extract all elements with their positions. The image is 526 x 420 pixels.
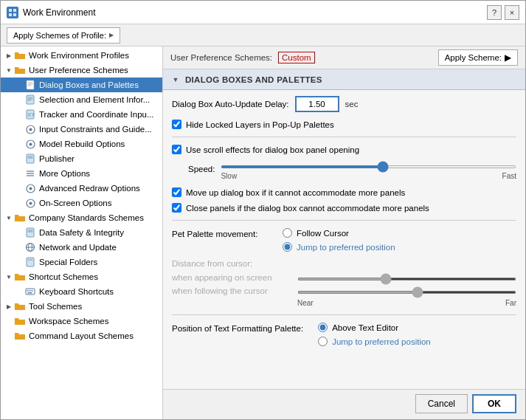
above-text-label[interactable]: Above Text Editor: [332, 323, 398, 332]
sidebar-item-dialog-boxes[interactable]: Dialog Boxes and Palettes: [1, 78, 162, 92]
svg-rect-1: [13, 9, 16, 12]
close-button[interactable]: ×: [505, 5, 519, 20]
svg-rect-2: [9, 13, 12, 16]
move-up-checkbox[interactable]: [172, 187, 181, 197]
auto-update-label: Dialog Box Auto-Update Delay:: [172, 100, 289, 109]
jump-preferred-radio[interactable]: [283, 242, 292, 252]
following-row: when following the cursor: [172, 286, 516, 296]
sidebar-item-command-layout[interactable]: Command Layout Schemes: [1, 328, 162, 343]
move-up-label[interactable]: Move up dialog box if it cannot accommod…: [186, 188, 405, 197]
sidebar-item-company-standards[interactable]: ▼ Company Standards Schemes: [1, 210, 162, 225]
title-bar-left: Work Environment: [7, 7, 95, 18]
keyboard-icon: [24, 286, 36, 297]
scroll-effects-label[interactable]: Use scroll effects for dialog box panel …: [186, 145, 359, 154]
close-panels-checkbox[interactable]: [172, 203, 181, 213]
sidebar-item-label: Company Standards Schemes: [29, 213, 144, 222]
expander-icon: ▶: [4, 50, 14, 61]
panel-body: Dialog Box Auto-Update Delay: sec Hide L…: [163, 90, 525, 389]
text-palette-label: Position of Text Formatting Palette:: [172, 323, 303, 333]
close-panels-label[interactable]: Close panels if the dialog box cannot ac…: [186, 204, 429, 213]
sidebar-item-model-rebuild[interactable]: Model Rebuild Options: [1, 137, 162, 151]
expander-icon: [4, 331, 14, 341]
svg-rect-3: [13, 13, 16, 16]
scroll-effects-checkbox[interactable]: [172, 145, 181, 154]
sidebar-item-input-constraints[interactable]: Input Constraints and Guide...: [1, 122, 162, 137]
doc-icon: [24, 79, 36, 91]
auto-update-input[interactable]: [295, 96, 339, 112]
sidebar-item-special-folders[interactable]: Special Folders: [1, 255, 162, 269]
apply-scheme-button[interactable]: Apply Scheme: ▶: [438, 49, 518, 66]
sidebar-item-on-screen[interactable]: On-Screen Options: [1, 196, 162, 210]
doc-icon: [24, 256, 36, 268]
right-panel: User Preference Schemes: Custom Apply Sc…: [163, 47, 525, 419]
sidebar-item-label: Shortcut Schemes: [29, 272, 98, 281]
title-bar: Work Environment ? ×: [1, 1, 525, 24]
following-slider[interactable]: [297, 291, 516, 294]
above-text-radio[interactable]: [318, 323, 328, 332]
cancel-button[interactable]: Cancel: [415, 394, 468, 413]
fast-label: Fast: [502, 172, 516, 180]
panel-title: DIALOG BOXES AND PALETTES: [185, 75, 322, 84]
apply-profile-button[interactable]: Apply Schemes of Profile: ▶: [7, 27, 120, 44]
sidebar-item-tracker[interactable]: XYZ Tracker and Coordinate Inpu...: [1, 107, 162, 122]
sidebar-item-label: Keyboard Shortcuts: [39, 287, 114, 296]
auto-update-unit: sec: [345, 100, 359, 109]
svg-rect-40: [28, 292, 32, 294]
toolbar: Apply Schemes of Profile: ▶: [1, 24, 525, 47]
expander-icon: ▼: [4, 272, 14, 282]
sidebar-item-publisher[interactable]: Publisher: [1, 151, 162, 166]
gear-icon: [24, 168, 36, 179]
jump-text-row: Jump to preferred position: [318, 337, 431, 346]
sidebar-item-network[interactable]: Network and Update: [1, 240, 162, 255]
slider-labels: Slow Fast: [221, 172, 516, 180]
jump-text-label[interactable]: Jump to preferred position: [332, 337, 431, 346]
sidebar-item-label: Data Safety & Integrity: [39, 228, 124, 237]
help-button[interactable]: ?: [487, 5, 502, 20]
sidebar-item-label: Special Folders: [39, 258, 97, 266]
sidebar-item-data-safety[interactable]: Data Safety & Integrity: [1, 225, 162, 240]
scheme-value[interactable]: Custom: [278, 52, 315, 63]
following-label: when following the cursor: [172, 286, 290, 295]
folder-icon: [14, 49, 26, 61]
sidebar-item-user-pref[interactable]: ▼ User Preference Schemes: [1, 63, 162, 78]
sidebar-item-shortcut[interactable]: ▼ Shortcut Schemes: [1, 269, 162, 284]
hide-locked-checkbox[interactable]: [172, 120, 181, 129]
expander-icon: [4, 316, 14, 326]
sidebar-item-selection[interactable]: Selection and Element Infor...: [1, 92, 162, 107]
svg-point-17: [29, 142, 32, 145]
svg-rect-8: [27, 95, 34, 104]
folder-icon: [14, 271, 26, 283]
sidebar-item-work-env-profiles[interactable]: ▶ Work Environment Profiles: [1, 48, 162, 63]
sidebar-item-label: Network and Update: [39, 243, 117, 252]
sidebar-item-label: On-Screen Options: [39, 199, 111, 207]
move-up-row: Move up dialog box if it cannot accommod…: [172, 187, 516, 197]
follow-cursor-row: Follow Cursor: [283, 228, 395, 238]
jump-preferred-row: Jump to preferred position: [283, 242, 395, 252]
svg-rect-4: [27, 80, 34, 89]
window-title: Work Environment: [23, 7, 95, 18]
auto-update-row: Dialog Box Auto-Update Delay: sec: [172, 96, 516, 112]
sidebar-item-advanced-redraw[interactable]: Advanced Redraw Options: [1, 181, 162, 196]
near-label: Near: [297, 299, 505, 307]
hide-locked-label[interactable]: Hide Locked Layers in Pop-Up Palettes: [186, 120, 334, 129]
sidebar-item-workspace[interactable]: Workspace Schemes: [1, 314, 162, 328]
sidebar-item-label: Tracker and Coordinate Inpu...: [39, 110, 154, 119]
folder-icon: [14, 64, 26, 76]
appearing-slider[interactable]: [297, 278, 516, 280]
follow-cursor-label[interactable]: Follow Cursor: [297, 229, 349, 238]
appearing-label: when appearing on screen: [172, 273, 290, 282]
sidebar-item-label: Publisher: [39, 154, 75, 163]
sidebar-item-more-options[interactable]: More Options: [1, 166, 162, 181]
jump-preferred-label[interactable]: Jump to preferred position: [297, 243, 395, 252]
speed-slider[interactable]: [221, 165, 516, 168]
globe-icon: [24, 241, 36, 253]
svg-rect-36: [26, 289, 35, 295]
sidebar-item-tool-schemes[interactable]: ▶ Tool Schemes: [1, 299, 162, 314]
ok-button[interactable]: OK: [472, 394, 516, 413]
jump-text-radio[interactable]: [318, 337, 328, 346]
window-icon: [7, 7, 18, 18]
collapse-icon[interactable]: ▼: [170, 75, 181, 85]
follow-cursor-radio[interactable]: [283, 228, 292, 238]
folder-icon: [14, 300, 26, 312]
sidebar-item-keyboard[interactable]: Keyboard Shortcuts: [1, 284, 162, 299]
